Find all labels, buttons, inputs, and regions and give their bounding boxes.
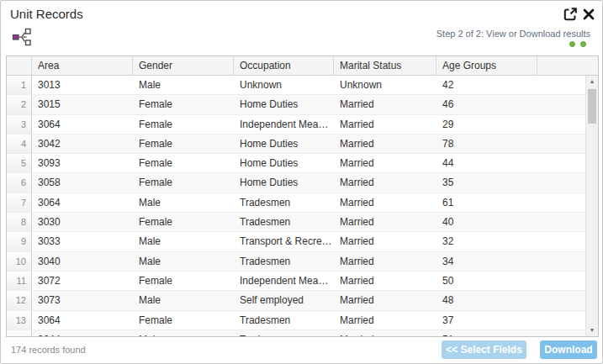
table-row[interactable]: 13013MaleUnknownUnknown42 (7, 76, 598, 95)
cell-age-groups: 46 (436, 95, 537, 113)
cell-gender: Female (133, 115, 234, 134)
cell-area: 3058 (32, 173, 133, 192)
table-row[interactable]: 103040MaleTradesmenMarried34 (7, 252, 598, 272)
row-number: 10 (7, 252, 32, 271)
cell-gender: Male (133, 76, 234, 94)
results-grid: AreaGenderOccupationMarital StatusAge Gr… (6, 55, 599, 337)
cell-area: 3072 (32, 272, 133, 290)
row-number: 2 (7, 95, 32, 113)
cell-age-groups: 42 (436, 76, 537, 94)
cell-occupation: Tradesmen (234, 213, 334, 231)
cell-age-groups: 37 (436, 311, 537, 330)
cell-occupation: Home Duties (234, 173, 334, 192)
grid-header-row: AreaGenderOccupationMarital StatusAge Gr… (7, 56, 598, 76)
row-number: 8 (7, 213, 32, 231)
cell-occupation: Home Duties (234, 95, 334, 113)
table-row[interactable]: 73064MaleTradesmenMarried61 (7, 193, 598, 213)
column-header-age-groups[interactable]: Age Groups (436, 56, 537, 75)
cell-occupation: Tradesmen (234, 311, 334, 330)
row-number-header (7, 56, 32, 75)
cell-marital-status: Married (334, 135, 436, 153)
cell-area: 3064 (32, 193, 133, 212)
vertical-scrollbar[interactable]: ▲ ▼ (585, 76, 598, 336)
column-header-area[interactable]: Area (32, 56, 133, 75)
table-row[interactable]: 33064FemaleIndependent Means...Married29 (7, 115, 598, 135)
table-row[interactable]: 93033MaleTransport & Recreat...Married32 (7, 232, 598, 251)
cell-gender: Female (133, 311, 234, 330)
table-row[interactable]: 53093FemaleHome DutiesMarried44 (7, 154, 598, 173)
row-number: 14 (7, 330, 32, 336)
cell-marital-status: Married (334, 213, 436, 231)
scroll-up-icon[interactable]: ▲ (586, 76, 598, 87)
table-row[interactable]: 23015FemaleHome DutiesMarried46 (7, 95, 598, 114)
cell-area: 3093 (32, 154, 133, 172)
table-row[interactable]: 43042FemaleHome DutiesMarried78 (7, 135, 598, 154)
scroll-down-icon[interactable]: ▼ (586, 325, 598, 335)
cell-gender: Female (133, 213, 234, 231)
cell-occupation: Independent Means... (234, 115, 334, 134)
cell-occupation: Independent Means... (234, 272, 334, 290)
progress-dot (580, 41, 586, 47)
progress-dots (569, 41, 586, 47)
records-found-text: 174 records found (11, 345, 86, 355)
table-row[interactable]: 143044MaleTradesmenMarried51 (7, 330, 598, 336)
cell-gender: Female (133, 272, 234, 290)
cell-occupation: Tradesmen (234, 193, 334, 212)
column-header-gender[interactable]: Gender (133, 56, 234, 75)
cell-gender: Male (133, 252, 234, 271)
cell-area: 3015 (32, 95, 133, 113)
cell-marital-status: Unknown (334, 76, 436, 94)
table-row[interactable]: 113072FemaleIndependent Means...Married5… (7, 272, 598, 291)
open-in-new-window-button[interactable] (563, 7, 578, 22)
cell-age-groups: 61 (436, 193, 537, 212)
cell-age-groups: 34 (436, 252, 537, 271)
cell-area: 3044 (32, 330, 133, 336)
cell-gender: Female (133, 154, 234, 172)
cell-gender: Female (133, 95, 234, 113)
select-fields-button[interactable]: << Select Fields (442, 340, 526, 359)
download-button[interactable]: Download (540, 340, 597, 359)
table-row[interactable]: 63058FemaleHome DutiesMarried35 (7, 173, 598, 193)
unit-records-dialog: Unit Records Step 2 of 2: View or Downlo… (0, 0, 603, 364)
cell-area: 3073 (32, 291, 133, 309)
cell-marital-status: Married (334, 272, 436, 290)
cell-age-groups: 44 (436, 154, 537, 172)
cell-age-groups: 50 (436, 272, 537, 290)
cell-age-groups: 35 (436, 173, 537, 192)
cell-gender: Male (133, 291, 234, 309)
grid-body: 13013MaleUnknownUnknown4223015FemaleHome… (7, 76, 598, 336)
cell-gender: Male (133, 232, 234, 251)
cell-area: 3064 (32, 115, 133, 134)
cell-occupation: Self employed (234, 291, 334, 309)
cell-occupation: Home Duties (234, 154, 334, 172)
table-row[interactable]: 123073MaleSelf employedMarried48 (7, 291, 598, 310)
column-header-marital-status[interactable]: Marital Status (334, 56, 436, 75)
cell-marital-status: Married (334, 193, 436, 212)
cell-gender: Female (133, 135, 234, 153)
column-header-filler (537, 56, 598, 75)
cell-marital-status: Married (334, 115, 436, 134)
cell-age-groups: 29 (436, 115, 537, 134)
cell-occupation: Tradesmen (234, 330, 334, 336)
cell-gender: Female (133, 173, 234, 192)
column-header-occupation[interactable]: Occupation (234, 56, 334, 75)
cell-marital-status: Married (334, 232, 436, 251)
row-number: 1 (7, 76, 32, 94)
scrollbar-thumb[interactable] (588, 89, 596, 124)
cell-occupation: Unknown (234, 76, 334, 94)
cell-area: 3013 (32, 76, 133, 94)
table-row[interactable]: 133064FemaleTradesmenMarried37 (7, 311, 598, 330)
cell-marital-status: Married (334, 95, 436, 113)
cell-marital-status: Married (334, 154, 436, 172)
row-number: 6 (7, 173, 32, 192)
cell-occupation: Transport & Recreat... (234, 232, 334, 251)
cell-gender: Male (133, 193, 234, 212)
open-in-new-window-icon (563, 10, 578, 24)
close-button[interactable] (582, 8, 597, 23)
field-tree-button[interactable] (12, 28, 32, 46)
cell-occupation: Home Duties (234, 135, 334, 153)
cell-age-groups: 48 (436, 291, 537, 309)
table-row[interactable]: 83030FemaleTradesmenMarried40 (7, 213, 598, 232)
row-number: 3 (7, 115, 32, 134)
cell-area: 3042 (32, 135, 133, 153)
